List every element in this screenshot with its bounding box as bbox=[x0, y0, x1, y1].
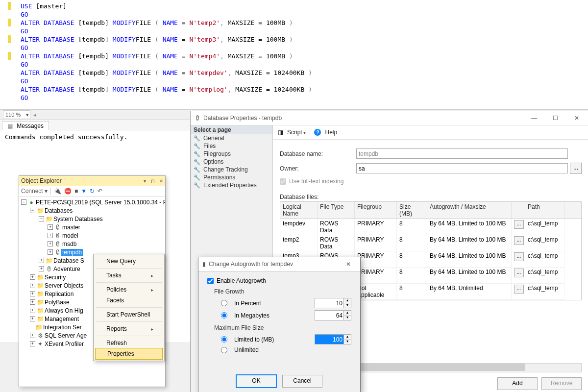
percent-spinner[interactable] bbox=[315, 298, 344, 308]
filter-icon[interactable]: ▼ bbox=[81, 188, 87, 195]
mb-spinner[interactable] bbox=[315, 310, 344, 320]
ctx-new-query[interactable]: New Query bbox=[95, 256, 163, 267]
page-item[interactable]: Options bbox=[191, 158, 272, 166]
column-header[interactable]: Size (MB) bbox=[397, 202, 427, 219]
close-icon[interactable]: ✕ bbox=[159, 178, 163, 184]
owner-field[interactable] bbox=[356, 163, 568, 173]
page-item[interactable]: Filegroups bbox=[191, 150, 272, 158]
connect-dropdown[interactable]: Connect ▾ bbox=[21, 188, 48, 195]
cell: 8 bbox=[397, 268, 427, 284]
maximize-icon[interactable]: ☐ bbox=[546, 113, 565, 123]
spinner-arrows-icon[interactable]: ▲▼ bbox=[344, 298, 351, 308]
maxsize-group-label: Maximum File Size bbox=[214, 324, 351, 331]
ctx-powershell[interactable]: Start PowerShell bbox=[95, 309, 163, 320]
database-files-label: Database files: bbox=[273, 187, 588, 201]
column-header[interactable]: Filegroup bbox=[355, 202, 397, 219]
refresh-icon[interactable]: ↻ bbox=[90, 188, 95, 195]
ellipsis-button[interactable]: ... bbox=[514, 236, 524, 245]
minimize-icon[interactable]: ― bbox=[524, 113, 544, 123]
object-explorer-titlebar[interactable]: Object Explorer ▾ ⊓ ✕ bbox=[19, 176, 165, 186]
script-dropdown[interactable]: Script bbox=[287, 129, 306, 136]
column-header[interactable]: Logical Name bbox=[280, 202, 318, 219]
cell: By 64 MB, Limited to 100 MB bbox=[427, 268, 512, 284]
cell: PRIMARY bbox=[355, 268, 397, 284]
enable-autogrowth-label: Enable Autogrowth bbox=[217, 277, 266, 284]
column-header[interactable]: Autogrowth / Maxsize bbox=[427, 202, 512, 219]
limited-label: Limited to (MB) bbox=[234, 336, 274, 343]
messages-icon: ▤ bbox=[7, 122, 13, 129]
dbprops-titlebar[interactable]: 🛢Database Properties - tempdb ― ☐ ✕ bbox=[191, 111, 588, 125]
cell: Not Applicable bbox=[355, 284, 397, 300]
tree-master-node[interactable]: +🛢master bbox=[19, 223, 165, 231]
ctx-facets[interactable]: Facets bbox=[95, 295, 163, 306]
unlimited-radio[interactable] bbox=[221, 347, 227, 353]
limited-radio[interactable] bbox=[221, 336, 227, 343]
ellipsis-button[interactable]: ... bbox=[514, 220, 524, 229]
dialog-icon: ▮ bbox=[202, 261, 206, 268]
table-row[interactable]: tempdevROWS DataPRIMARY8By 64 MB, Limite… bbox=[280, 219, 581, 235]
cell: By 64 MB, Limited to 100 MB bbox=[427, 219, 512, 235]
enable-autogrowth-checkbox[interactable] bbox=[207, 278, 214, 284]
column-header[interactable] bbox=[512, 202, 525, 219]
cancel-button[interactable]: Cancel bbox=[282, 375, 322, 388]
connect-icon[interactable]: 🔌 bbox=[54, 188, 61, 195]
spinner-arrows-icon[interactable]: ▲▼ bbox=[344, 334, 351, 344]
cell: PRIMARY bbox=[355, 251, 397, 268]
database-icon: 🛢 bbox=[46, 266, 52, 272]
ctx-properties[interactable]: Properties bbox=[95, 348, 163, 360]
spinner-arrows-icon[interactable]: ▲▼ bbox=[344, 310, 351, 320]
in-percent-label: In Percent bbox=[234, 300, 261, 307]
page-item[interactable]: Change Tracking bbox=[191, 166, 272, 173]
pin-icon[interactable]: ⊓ bbox=[151, 178, 155, 184]
restore-icon[interactable]: ↶ bbox=[98, 188, 102, 195]
page-item[interactable]: Extended Properties bbox=[191, 181, 272, 189]
autodlg-titlebar[interactable]: ▮Change Autogrowth for tempdev ✕ bbox=[198, 257, 360, 271]
tree-databases-node[interactable]: −📁Databases bbox=[19, 206, 165, 215]
ctx-tasks[interactable]: Tasks bbox=[95, 270, 163, 281]
database-icon: 🛢 bbox=[195, 115, 200, 122]
cell: By 64 MB, Unlimited bbox=[427, 284, 512, 300]
ellipsis-button[interactable]: ... bbox=[514, 269, 524, 277]
owner-browse-button[interactable]: ... bbox=[570, 163, 582, 174]
zoom-dropdown[interactable]: 110 % bbox=[3, 110, 30, 119]
dbname-label: Database name: bbox=[280, 150, 356, 157]
close-icon[interactable]: ✕ bbox=[339, 259, 358, 270]
help-icon[interactable]: ? bbox=[314, 129, 321, 136]
help-label[interactable]: Help bbox=[325, 129, 337, 136]
table-row[interactable]: temp2ROWS DataPRIMARY8By 64 MB, Limited … bbox=[280, 235, 581, 251]
owner-label: Owner: bbox=[280, 165, 356, 172]
limited-spinner[interactable] bbox=[315, 334, 344, 344]
ellipsis-button[interactable]: ... bbox=[514, 285, 524, 294]
cell: 8 bbox=[397, 219, 427, 235]
ctx-reports[interactable]: Reports bbox=[95, 323, 163, 334]
tree-model-node[interactable]: +🛢model bbox=[19, 231, 165, 240]
column-header[interactable]: File Type bbox=[318, 202, 355, 219]
column-header[interactable]: Path bbox=[525, 202, 564, 219]
page-item[interactable]: General bbox=[191, 134, 272, 142]
add-file-button[interactable]: Add bbox=[497, 377, 538, 390]
ok-button[interactable]: OK bbox=[236, 375, 276, 388]
cell: c:\sql_temp bbox=[525, 284, 564, 300]
cell: ROWS Data bbox=[318, 219, 355, 235]
stop-icon[interactable]: ■ bbox=[74, 188, 78, 195]
ctx-refresh[interactable]: Refresh bbox=[95, 338, 163, 348]
in-percent-radio[interactable] bbox=[221, 300, 227, 306]
in-mb-radio[interactable] bbox=[221, 312, 227, 318]
sql-editor[interactable]: USE [master]GOALTER DATABASE [tempdb] MO… bbox=[0, 0, 588, 109]
messages-tab-label: Messages bbox=[17, 122, 44, 129]
cell: 8 bbox=[397, 284, 427, 300]
ellipsis-button[interactable]: ... bbox=[514, 252, 524, 261]
close-icon[interactable]: ✕ bbox=[567, 113, 587, 123]
messages-tab[interactable]: ▤ Messages bbox=[2, 121, 49, 130]
database-icon: 🛢 bbox=[54, 232, 61, 239]
ctx-policies[interactable]: Policies bbox=[95, 284, 163, 295]
tree-sysdb-node[interactable]: −📁System Databases bbox=[19, 215, 165, 223]
agent-icon: ⚙ bbox=[37, 332, 44, 339]
page-item[interactable]: Permissions bbox=[191, 173, 272, 181]
tree-msdb-node[interactable]: +🛢msdb bbox=[19, 240, 165, 248]
page-item[interactable]: Files bbox=[191, 142, 272, 150]
unlimited-label: Unlimited bbox=[234, 346, 259, 353]
autohide-icon[interactable]: ▾ bbox=[144, 178, 146, 184]
tree-server-node[interactable]: −●PETE-PC\SQL2019 (SQL Server 15.0.1000.… bbox=[19, 198, 165, 206]
disconnect-icon[interactable]: ⛔ bbox=[64, 188, 72, 195]
